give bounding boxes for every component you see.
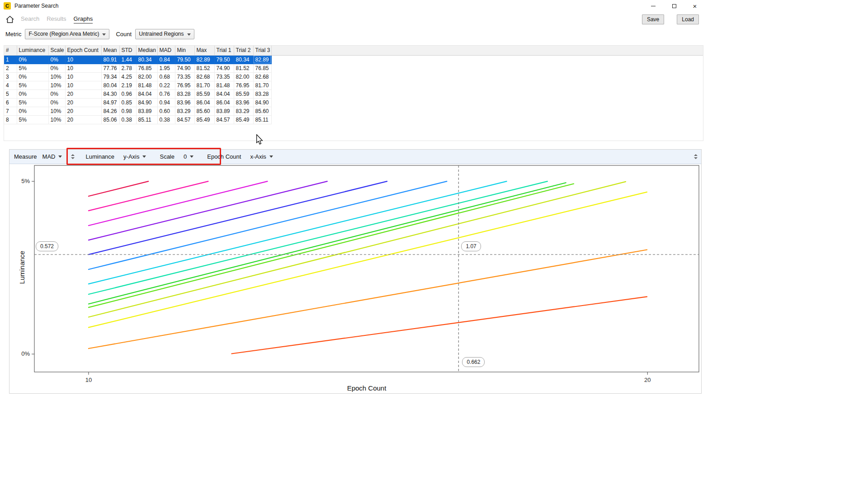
cell: 81.52 <box>234 64 253 72</box>
column-header[interactable]: Median <box>136 46 157 55</box>
measure-dropdown[interactable]: MAD <box>41 152 64 161</box>
series-line-5 <box>89 181 387 254</box>
cell-filler <box>271 115 703 124</box>
column-header[interactable]: Mean <box>101 46 119 55</box>
save-button[interactable]: Save <box>642 14 664 24</box>
series-line-12 <box>89 192 647 328</box>
app-icon: C <box>4 2 11 9</box>
epoch-selector-label: Epoch Count <box>207 153 241 160</box>
epoch-axis-dropdown[interactable]: x-Axis <box>248 152 274 161</box>
measure-label: Measure <box>14 153 37 160</box>
cell: 2 <box>4 64 17 72</box>
cell: 20 <box>65 98 101 107</box>
cell: 4.25 <box>119 72 136 81</box>
series-line-9 <box>89 183 566 304</box>
metric-dropdown[interactable]: F-Score (Region Area Metric) <box>25 29 109 39</box>
home-button[interactable] <box>5 14 15 25</box>
cell: 83.29 <box>175 107 194 115</box>
cell: 80.34 <box>234 55 253 64</box>
cell: 82.68 <box>194 72 214 81</box>
table-row[interactable]: 30%10%1079.344.2582.000.6873.3582.6873.3… <box>4 72 703 81</box>
cell: 2.78 <box>119 64 136 72</box>
cell-filler <box>271 64 703 72</box>
mouse-cursor <box>255 134 264 145</box>
toolbar-scroll-arrows[interactable] <box>694 154 698 159</box>
series-line-7 <box>89 181 507 284</box>
column-header[interactable]: Max <box>194 46 214 55</box>
cell: 10% <box>48 81 65 89</box>
table-row[interactable]: 10%0%1080.911.4480.340.8479.5082.8979.50… <box>4 55 703 64</box>
column-header[interactable]: Min <box>175 46 194 55</box>
cell: 82.89 <box>253 55 271 64</box>
cell-filler <box>271 89 703 98</box>
minimize-button[interactable] <box>643 0 664 12</box>
arrow-down-icon <box>694 157 698 159</box>
count-dropdown[interactable]: Untrained Regions <box>135 29 194 39</box>
column-header[interactable]: Epoch Count <box>65 46 101 55</box>
axis-selector-group: Luminance y-Axis Scale 0 Epoch Count <box>85 152 274 161</box>
table-row[interactable]: 25%0%1077.762.7876.851.9574.9081.5274.90… <box>4 64 703 72</box>
column-header[interactable]: Trial 2 <box>234 46 253 55</box>
cell: 84.30 <box>101 89 119 98</box>
tab-graphs[interactable]: Graphs <box>74 15 93 24</box>
filterbar: Metric F-Score (Region Area Metric) Coun… <box>5 28 194 40</box>
cell: 77.76 <box>101 64 119 72</box>
column-header[interactable]: # <box>4 46 17 55</box>
table-row[interactable]: 45%10%1080.042.1981.480.2276.9581.7081.4… <box>4 81 703 89</box>
column-header[interactable]: Trial 1 <box>214 46 234 55</box>
chart-svg[interactable]: 10200%5% <box>9 164 701 393</box>
cell: 0.60 <box>157 107 175 115</box>
cell-filler <box>271 55 703 64</box>
cell: 85.60 <box>194 107 214 115</box>
tab-results[interactable]: Results <box>47 15 66 24</box>
nav-tabs: Search Results Graphs <box>21 15 93 24</box>
cell: 76.95 <box>234 81 253 89</box>
y-tick-label: 5% <box>21 178 30 184</box>
cell: 10 <box>65 64 101 72</box>
cell: 20 <box>65 89 101 98</box>
cell: 1 <box>4 55 17 64</box>
cell: 0.94 <box>157 98 175 107</box>
series-line-2 <box>89 181 208 211</box>
cell-filler <box>271 81 703 89</box>
cell: 82.68 <box>253 72 271 81</box>
cell: 0.68 <box>157 72 175 81</box>
column-header-filler <box>271 46 703 55</box>
maximize-button[interactable] <box>664 0 684 12</box>
toolbar-splitter-arrows[interactable] <box>71 154 75 159</box>
table-row[interactable]: 65%0%2084.970.8584.900.9483.9686.0486.04… <box>4 98 703 107</box>
parameter-search-window: C Parameter Search × Search Results Grap… <box>0 0 705 485</box>
scale-axis-dropdown[interactable]: 0 <box>182 152 195 161</box>
count-value: Untrained Regions <box>139 31 184 37</box>
cell: 84.97 <box>101 98 119 107</box>
cell: 83.28 <box>175 89 194 98</box>
series-line-10 <box>89 184 574 308</box>
table-row[interactable]: 85%10%2085.060.3885.110.3884.5785.4984.5… <box>4 115 703 124</box>
cell: 0.98 <box>119 107 136 115</box>
cell: 83.89 <box>136 107 157 115</box>
cell: 81.48 <box>214 81 234 89</box>
cell: 0.22 <box>157 81 175 89</box>
cell: 84.57 <box>175 115 194 124</box>
column-header[interactable]: Trial 3 <box>253 46 271 55</box>
column-header[interactable]: Luminance <box>17 46 48 55</box>
cell: 85.59 <box>234 89 253 98</box>
tab-search[interactable]: Search <box>21 15 39 24</box>
count-label: Count <box>116 31 132 38</box>
cell: 4 <box>4 81 17 89</box>
table-row[interactable]: 50%0%2084.300.9684.040.7683.2885.5984.04… <box>4 89 703 98</box>
column-header[interactable]: Scale <box>48 46 65 55</box>
column-header[interactable]: MAD <box>157 46 175 55</box>
load-button[interactable]: Load <box>677 14 699 24</box>
cell: 10 <box>65 72 101 81</box>
luminance-axis-dropdown[interactable]: y-Axis <box>122 152 148 161</box>
cell: 81.70 <box>194 81 214 89</box>
cell: 76.95 <box>175 81 194 89</box>
window-controls: × <box>643 0 705 12</box>
chevron-down-icon <box>187 33 191 36</box>
cell: 85.49 <box>234 115 253 124</box>
table-row[interactable]: 70%10%2084.260.9883.890.6083.2985.6083.8… <box>4 107 703 115</box>
close-button[interactable]: × <box>684 0 705 12</box>
cell: 80.91 <box>101 55 119 64</box>
column-header[interactable]: STD <box>119 46 136 55</box>
